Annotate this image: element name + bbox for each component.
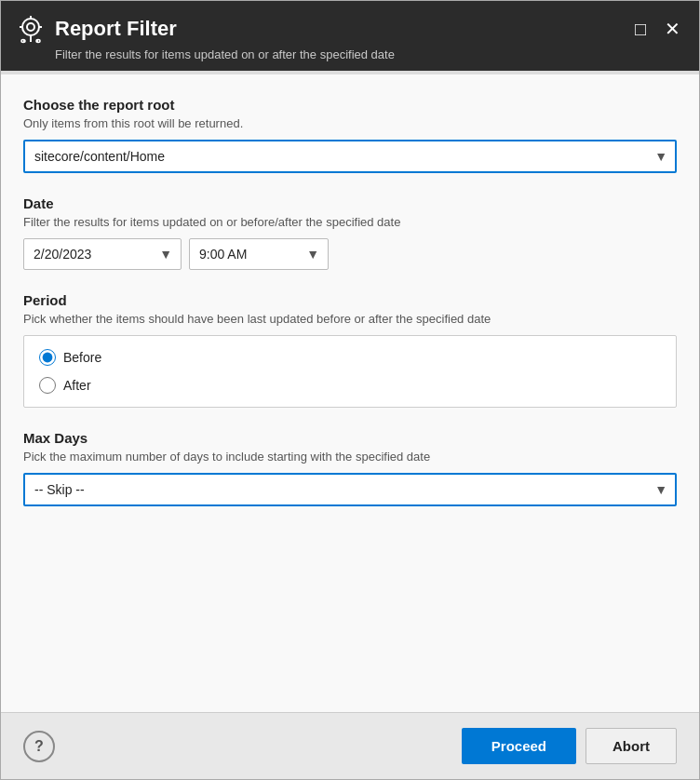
- report-icon: [16, 14, 46, 44]
- period-before-option[interactable]: Before: [39, 349, 661, 366]
- root-select-wrapper: sitecore/content/Home ▼: [23, 140, 677, 173]
- svg-point-1: [27, 23, 34, 31]
- title-bar-left: Report Filter Filter the results for ite…: [16, 14, 395, 61]
- close-button[interactable]: ✕: [661, 18, 684, 40]
- proceed-button[interactable]: Proceed: [462, 728, 576, 764]
- period-section-title: Period: [23, 292, 677, 308]
- maximize-button[interactable]: □: [631, 18, 650, 40]
- period-after-option[interactable]: After: [39, 377, 661, 394]
- maxdays-section-title: Max Days: [23, 430, 677, 446]
- period-radio-box: Before After: [23, 335, 677, 408]
- time-select[interactable]: 9:00 AM: [189, 238, 329, 270]
- maxdays-section-desc: Pick the maximum number of days to inclu…: [23, 450, 677, 464]
- time-wrapper: 9:00 AM ▼: [189, 238, 329, 270]
- dialog-footer: ? Proceed Abort: [1, 712, 699, 779]
- date-wrapper: 2/20/2023 ▼: [23, 238, 182, 270]
- help-button[interactable]: ?: [23, 731, 55, 762]
- title-bar-title-row: Report Filter: [16, 14, 395, 44]
- title-bar-controls: □ ✕: [631, 14, 684, 40]
- date-section-title: Date: [23, 195, 677, 211]
- period-after-label: After: [63, 378, 91, 393]
- maxdays-select-wrapper: -- Skip -- 7 14 30 60 90 180 365 ▼: [23, 473, 677, 506]
- title-bar: Report Filter Filter the results for ite…: [1, 1, 699, 71]
- maxdays-select[interactable]: -- Skip -- 7 14 30 60 90 180 365: [23, 473, 677, 506]
- period-section-desc: Pick whether the items should have been …: [23, 312, 677, 326]
- root-select[interactable]: sitecore/content/Home: [23, 140, 677, 173]
- date-select[interactable]: 2/20/2023: [23, 238, 182, 270]
- dialog-content: Choose the report root Only items from t…: [1, 74, 699, 712]
- root-section-desc: Only items from this root will be return…: [23, 116, 677, 130]
- report-filter-dialog: Report Filter Filter the results for ite…: [0, 0, 700, 780]
- footer-right: Proceed Abort: [462, 728, 677, 764]
- period-before-radio[interactable]: [39, 349, 56, 366]
- date-time-row: 2/20/2023 ▼ 9:00 AM ▼: [23, 238, 677, 270]
- root-section-title: Choose the report root: [23, 97, 677, 113]
- dialog-title: Report Filter: [55, 17, 177, 41]
- dialog-subtitle: Filter the results for items updated on …: [16, 47, 395, 61]
- period-section: Period Pick whether the items should hav…: [23, 292, 677, 408]
- footer-left: ?: [23, 731, 55, 762]
- svg-point-0: [22, 19, 39, 35]
- date-section: Date Filter the results for items update…: [23, 195, 677, 270]
- root-section: Choose the report root Only items from t…: [23, 97, 677, 173]
- period-after-radio[interactable]: [39, 377, 56, 394]
- period-before-label: Before: [63, 350, 101, 365]
- date-section-desc: Filter the results for items updated on …: [23, 215, 677, 229]
- maxdays-section: Max Days Pick the maximum number of days…: [23, 430, 677, 506]
- abort-button[interactable]: Abort: [586, 728, 677, 764]
